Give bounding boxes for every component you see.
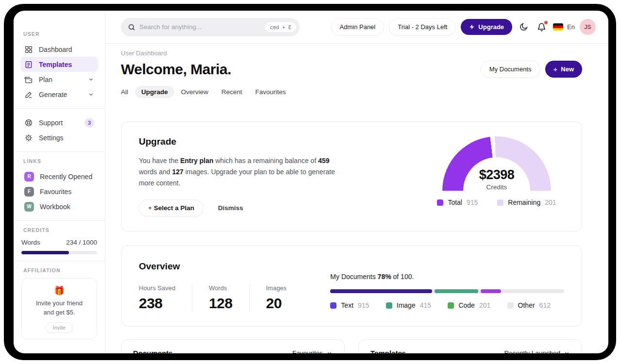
sidebar-item-label: Plan [39, 76, 52, 83]
upgrade-button[interactable]: Upgrade [461, 19, 512, 35]
gift-icon: 🎁 [27, 285, 92, 296]
chevron-down-icon [564, 350, 570, 353]
chevron-down-icon [326, 350, 333, 353]
plus-icon: + [553, 65, 558, 73]
topbar: cmd + E Admin Panel Trial - 2 Days Left … [105, 11, 608, 44]
sidebar-item-support[interactable]: Support 3 [20, 115, 98, 130]
breadcrumb: User Dashboard [121, 50, 582, 57]
legend-item-code: Code 201 [448, 301, 490, 309]
progress-segment-code [481, 289, 501, 293]
progress-segment-image [435, 289, 478, 293]
link-badge: R [24, 172, 34, 182]
overview-card-title: Overview [139, 261, 303, 272]
page-title: Welcome, Maria. [121, 61, 231, 78]
sidebar-divider [14, 108, 105, 109]
documents-progress-text: My Documents 78% of 100. [330, 273, 564, 281]
moon-icon [519, 22, 528, 32]
credits-gauge-value: $2398 [442, 167, 551, 182]
upgrade-card-body: You have the Entry plan which has a rema… [139, 155, 338, 189]
main-content: User Dashboard Welcome, Maria. My Docume… [105, 44, 608, 353]
templates-filter-dropdown[interactable]: Recently Launched [504, 349, 570, 353]
tab-bar: All Upgrade Overview Recent Favourites [121, 86, 582, 98]
upgrade-card-title: Upgrade [139, 136, 338, 147]
sidebar-link-workbook[interactable]: W Workbook [20, 199, 98, 214]
templates-card: Templates Recently Launched Blog Post Ti… [358, 339, 582, 353]
language-selector[interactable]: En [553, 23, 575, 31]
upgrade-card: Upgrade You have the Entry plan which ha… [121, 121, 582, 232]
stat-images: Images 20 [249, 284, 303, 312]
invite-button[interactable]: Invite [46, 322, 73, 333]
sidebar-item-label: Templates [39, 61, 72, 68]
sidebar-item-templates[interactable]: Templates [20, 57, 98, 72]
search-input[interactable] [139, 23, 261, 31]
sidebar-item-label: Settings [39, 134, 64, 142]
tab-upgrade[interactable]: Upgrade [135, 86, 174, 98]
affiliation-text-line1: Invite your friend [27, 299, 92, 308]
chevron-down-icon [88, 91, 94, 98]
documents-card: Documents Favourites Untitled Document i… [121, 339, 345, 353]
affiliation-card: 🎁 Invite your friend and get $5. Invite [21, 278, 97, 339]
legend-swatch [330, 302, 336, 309]
tab-all[interactable]: All [121, 88, 128, 96]
notifications-button[interactable] [535, 20, 548, 33]
tab-recent[interactable]: Recent [221, 88, 242, 96]
legend-item-other: Other 612 [507, 301, 551, 309]
legend-item-text: Text 915 [330, 301, 369, 309]
user-avatar[interactable]: JS [580, 19, 596, 35]
sidebar-divider [14, 261, 105, 261]
legend-item-total: Total 915 [437, 199, 478, 206]
tab-overview[interactable]: Overview [181, 88, 208, 96]
new-button[interactable]: + New [545, 61, 583, 78]
admin-panel-button[interactable]: Admin Panel [331, 18, 385, 35]
search-shortcut: cmd + E [265, 22, 296, 32]
sidebar-item-label: Recently Opened [40, 173, 92, 181]
legend-item-image: Image 415 [386, 301, 431, 309]
sidebar-section-affiliation: AFFILIATION [23, 267, 98, 273]
sidebar-item-generate[interactable]: Generate [20, 87, 98, 102]
wallet-icon [24, 75, 33, 84]
sidebar: USER Dashboard Templates Plan Generate S… [14, 11, 105, 353]
sidebar-link-favourites[interactable]: F Favourites [20, 184, 98, 199]
dark-mode-toggle[interactable] [517, 20, 530, 33]
sidebar-item-dashboard[interactable]: Dashboard [20, 42, 98, 57]
document-icon [24, 60, 33, 69]
credits-progress-fill [21, 251, 69, 254]
support-count-badge: 3 [84, 118, 94, 128]
documents-filter-dropdown[interactable]: Favourites [292, 349, 333, 353]
documents-card-title: Documents [133, 349, 173, 353]
lifebuoy-icon [24, 118, 33, 127]
search-bar[interactable]: cmd + E [121, 18, 300, 36]
stats-row: Hours Saved 238 Words 128 Images 20 [139, 284, 303, 312]
dismiss-button[interactable]: Dismiss [218, 204, 243, 212]
sidebar-link-recently-opened[interactable]: R Recently Opened [20, 169, 98, 184]
grid-icon [24, 45, 33, 54]
search-icon [128, 23, 135, 31]
sidebar-item-settings[interactable]: Settings [20, 130, 98, 145]
gauge-legend: Total 915 Remaining 201 [437, 199, 556, 206]
chevron-down-icon [88, 76, 94, 83]
trial-badge[interactable]: Trial - 2 Days Left [389, 18, 456, 35]
link-badge: F [24, 187, 34, 197]
language-label: En [567, 23, 575, 31]
my-documents-button[interactable]: My Documents [481, 61, 540, 78]
plus-icon: + [148, 204, 152, 212]
link-badge: W [24, 202, 34, 212]
templates-card-title: Templates [370, 349, 406, 353]
credits-label: Words [21, 239, 40, 246]
legend-item-remaining: Remaining 201 [497, 199, 556, 206]
legend-swatch [386, 302, 392, 309]
credits-value: 234 / 1000 [66, 239, 97, 246]
legend-swatch [437, 199, 443, 206]
legend-swatch [497, 199, 503, 206]
sidebar-section-links: LINKS [23, 158, 98, 164]
sidebar-item-plan[interactable]: Plan [20, 72, 98, 87]
legend-swatch [448, 302, 454, 309]
stat-hours-saved: Hours Saved 238 [139, 284, 192, 312]
credits-progress-track [21, 251, 97, 254]
tab-favourites[interactable]: Favourites [255, 88, 286, 96]
sidebar-item-label: Dashboard [39, 46, 72, 53]
credits-gauge: $2398 Credits Total 915 Remaining [433, 136, 560, 216]
select-plan-button[interactable]: + Select a Plan [139, 199, 203, 216]
documents-progress-track [330, 289, 564, 293]
sidebar-section-user: USER [23, 31, 98, 37]
